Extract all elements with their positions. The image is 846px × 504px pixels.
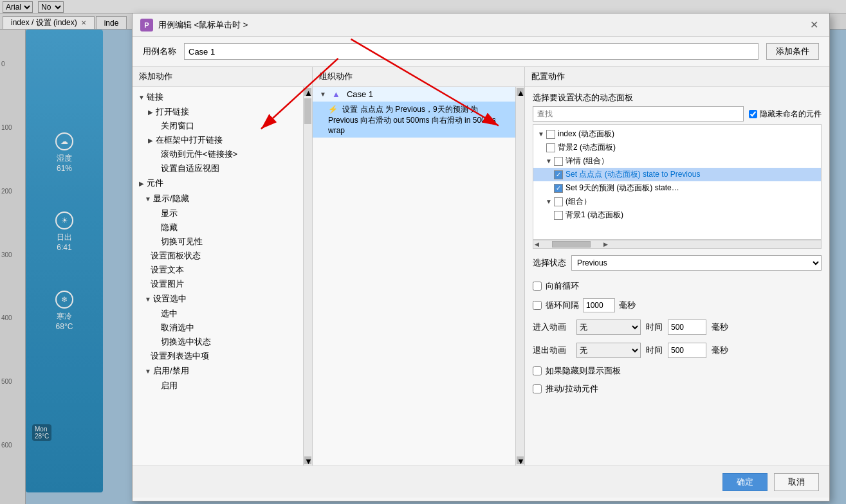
rt-bg2-label: 背景2 (动态面板) [558, 142, 616, 153]
select-state-label: 选择状态 [533, 257, 566, 269]
state-select[interactable]: Previous Next First Last [571, 255, 822, 271]
left-tree[interactable]: 链接 打开链接 关闭窗口 在框架中打开链接 [133, 87, 303, 465]
rt-details[interactable]: 详情 (组合） [533, 154, 821, 168]
show-hide-arrow [143, 195, 153, 203]
rt-index-cb[interactable] [546, 130, 555, 139]
tree-enable-disable[interactable]: 启用/禁用 [133, 363, 303, 379]
loop-ms-label: 毫秒 [619, 300, 636, 311]
left-scroll-down[interactable]: ▼ [304, 456, 311, 464]
tree-open-in-frame[interactable]: 在框架中打开链接 [133, 133, 303, 147]
h-scroll-thumb[interactable] [552, 241, 591, 248]
scroll-label: 滚动到元件<链接接> [161, 148, 237, 160]
exit-time-input[interactable] [668, 343, 706, 358]
show-hide-label: 显示/隐藏 [153, 193, 189, 204]
tree-set-list-item[interactable]: 设置列表选中项 [133, 349, 303, 363]
deselect-label: 取消选中 [161, 322, 194, 334]
usecase-label: 用例名称 [143, 46, 176, 57]
dialog-title-left: P 用例编辑 <鼠标单击时 > [140, 19, 248, 32]
rt-bg1-cb[interactable] [554, 211, 563, 220]
tree-scroll-to[interactable]: 滚动到元件<链接接> [133, 147, 303, 161]
push-pull-row: 推动/拉动元件 [525, 380, 829, 398]
cancel-button[interactable]: 取消 [774, 473, 819, 491]
usecase-input[interactable] [184, 43, 759, 60]
show-if-hidden-checkbox[interactable] [533, 366, 542, 375]
links-arrow [136, 94, 147, 101]
tree-set-selected[interactable]: 设置选中 [133, 291, 303, 307]
tree-links[interactable]: 链接 [133, 89, 303, 105]
open-link-label: 打开链接 [156, 106, 189, 118]
forward-loop-checkbox[interactable] [533, 282, 542, 291]
rt-group-label: (组合） [566, 196, 591, 207]
dialog-icon: P [140, 19, 153, 32]
hide-unnamed-checkbox[interactable] [749, 110, 757, 118]
tree-show-hide[interactable]: 显示/隐藏 [133, 191, 303, 206]
tree-adaptive-view[interactable]: 设置自适应视图 [133, 161, 303, 176]
loop-interval-row: 循环间隔 毫秒 [525, 295, 829, 316]
left-scroll-up[interactable]: ▲ [304, 88, 311, 96]
tree-set-text[interactable]: 设置文本 [133, 263, 303, 277]
open-link-arrow [145, 109, 156, 116]
case-1-row[interactable]: ▲ Case 1 [313, 87, 515, 102]
rt-set-dots-cb[interactable] [554, 170, 563, 179]
h-scroll-right[interactable]: ▶ [603, 241, 608, 248]
rt-group[interactable]: (组合） [533, 195, 821, 208]
add-condition-button[interactable]: 添加条件 [766, 43, 819, 60]
middle-scrollbar[interactable]: ▲ ▼ [515, 87, 524, 465]
action-item-1[interactable]: ⚡ 设置 点点点 为 Previous，9天的预测 为 Previous 向右滑… [313, 102, 515, 138]
rt-set-9days-cb[interactable] [554, 184, 563, 193]
rt-index[interactable]: index (动态面板) [533, 127, 821, 141]
h-scroll-left[interactable]: ◀ [535, 241, 539, 248]
tree-set-panel-state[interactable]: 设置面板状态 [133, 249, 303, 263]
loop-interval-input[interactable] [583, 298, 615, 312]
tree-deselect[interactable]: 取消选中 [133, 321, 303, 335]
tree-hide[interactable]: 隐藏 [133, 221, 303, 235]
rt-details-cb[interactable] [554, 157, 563, 166]
exit-ms-label: 毫秒 [712, 345, 728, 356]
tree-toggle-visible[interactable]: 切换可见性 [133, 235, 303, 249]
tree-widgets[interactable]: 元件 [133, 176, 303, 191]
push-pull-checkbox[interactable] [533, 384, 542, 393]
rt-group-arrow [544, 198, 554, 205]
rt-set-9days[interactable]: Set 9天的预测 (动态面板) state to Previous 向右滑动 … [533, 181, 821, 195]
forward-loop-label: 向前循环 [546, 280, 579, 292]
enter-time-input[interactable] [668, 320, 706, 335]
tree-enable[interactable]: 启用 [133, 379, 303, 393]
widgets-label: 元件 [147, 177, 163, 189]
case-label: Case 1 [347, 89, 373, 99]
enter-anim-select[interactable]: 无 淡入 向左滑动 向右滑动 [576, 320, 641, 335]
rt-group-cb[interactable] [554, 197, 563, 206]
set-list-label: 设置列表选中项 [151, 350, 209, 362]
right-tree-hscrollbar[interactable]: ◀ ▶ [533, 240, 822, 249]
links-label: 链接 [147, 91, 163, 103]
search-input[interactable] [533, 106, 744, 122]
confirm-button[interactable]: 确定 [722, 473, 768, 491]
rt-set-dots[interactable]: Set 点点点 (动态面板) state to Previous [533, 168, 821, 181]
main-dialog: P 用例编辑 <鼠标单击时 > ✕ 用例名称 添加条件 添加动作 链接 [132, 13, 830, 501]
tree-show[interactable]: 显示 [133, 206, 303, 221]
middle-scroll-up[interactable]: ▲ [517, 88, 524, 96]
rt-bg2[interactable]: 背景2 (动态面板) [533, 141, 821, 154]
rt-details-label: 详情 (组合） [566, 156, 609, 166]
right-panel: 配置动作 选择要设置状态的动态面板 隐藏未命名的元件 [525, 67, 829, 465]
tree-toggle-selected[interactable]: 切换选中状态 [133, 335, 303, 349]
enter-ms-label: 毫秒 [712, 321, 728, 333]
dialog-title-text: 用例编辑 <鼠标单击时 > [158, 19, 248, 31]
select-state-row: 选择状态 Previous Next First Last [525, 249, 829, 277]
enter-time-label: 时间 [646, 321, 663, 333]
left-scrollbar[interactable]: ▲ ▼ [303, 87, 312, 465]
tree-set-image[interactable]: 设置图片 [133, 277, 303, 291]
tree-select[interactable]: 选中 [133, 307, 303, 321]
rt-bg1[interactable]: 背景1 (动态面板) [533, 208, 821, 222]
close-button[interactable]: ✕ [806, 17, 822, 33]
tree-close-window[interactable]: 关闭窗口 [133, 119, 303, 133]
left-scroll-thumb[interactable] [304, 98, 311, 124]
right-tree[interactable]: index (动态面板) 背景2 (动态面板) 详情 (组合） [533, 124, 822, 240]
action-text: 设置 点点点 为 Previous，9天的预测 为 Previous 向右滑动 … [328, 105, 496, 135]
middle-scroll-down[interactable]: ▼ [517, 456, 524, 464]
loop-interval-checkbox[interactable] [533, 301, 542, 310]
exit-anim-select[interactable]: 无 淡出 向左滑动 向右滑动 [576, 343, 641, 358]
middle-tree[interactable]: ▲ Case 1 ⚡ 设置 点点点 为 Previous，9天的预测 为 Pre… [313, 87, 515, 465]
rt-bg2-cb[interactable] [546, 143, 555, 152]
case-icon: ▲ [332, 89, 340, 99]
tree-open-link[interactable]: 打开链接 [133, 105, 303, 119]
